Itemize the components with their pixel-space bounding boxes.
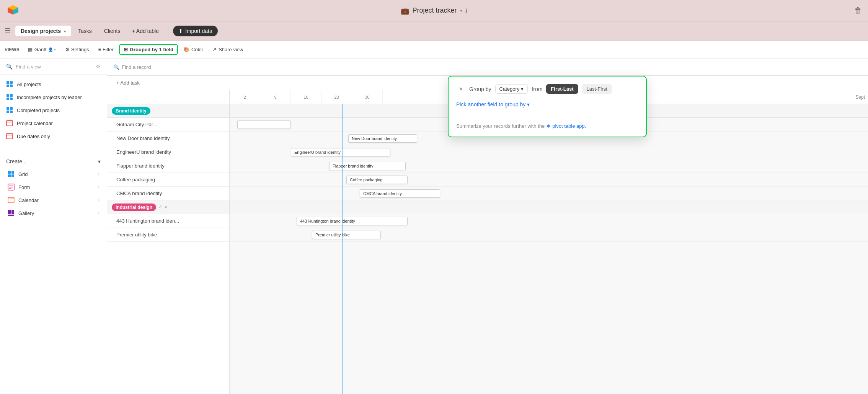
date-col-23: 23 — [321, 90, 352, 104]
pivot-table-link[interactable]: ❖ pivot table app. — [546, 123, 586, 129]
grid-icon — [6, 81, 13, 88]
gallery-icon — [8, 210, 15, 217]
svg-rect-7 — [10, 85, 13, 87]
search-view-input[interactable] — [16, 64, 93, 70]
gantt-bar-gotham[interactable] — [237, 120, 291, 129]
create-header[interactable]: Create... ▾ — [6, 155, 101, 168]
gantt-left-header — [107, 90, 230, 104]
svg-rect-10 — [7, 98, 9, 100]
category-field-button[interactable]: Category ▾ — [495, 84, 528, 94]
gantt-bar-443[interactable]: 443 Huntington brand identity — [297, 217, 408, 225]
trash-icon[interactable]: 🗑 — [854, 6, 862, 15]
svg-rect-16 — [7, 120, 13, 126]
gantt-bars-area: New Door brand identity EngineerU brand … — [230, 104, 868, 394]
pick-chevron-icon: ▾ — [527, 101, 530, 107]
color-icon: 🎨 — [183, 47, 189, 52]
table-row[interactable]: Premier utility bike — [107, 228, 229, 242]
find-record-button[interactable]: 🔍 Find a record — [113, 64, 862, 70]
gantt-bar-new-door[interactable]: New Door brand identity — [348, 134, 417, 143]
add-calendar-icon[interactable]: + — [97, 197, 101, 204]
share-view-button[interactable]: ↗ Share view — [209, 45, 247, 54]
sidebar-item-calendar[interactable]: Project calendar — [0, 117, 107, 130]
gantt-row-premier: Premier utility bike — [230, 228, 868, 242]
search-icon: 🔍 — [6, 63, 13, 70]
gantt-bar-engineeru[interactable]: EngineerU brand identity — [291, 148, 390, 156]
toolbar: VIEWS ▦ Gantt 👤 ▾ ⚙ Settings ≡ Filter ⊞ … — [0, 41, 868, 59]
gantt-row-443: 443 Huntington brand identity — [230, 214, 868, 228]
sidebar-item-due-dates[interactable]: Due dates only — [0, 130, 107, 143]
tab-tasks[interactable]: Tasks — [73, 26, 97, 36]
first-last-button[interactable]: First-Last — [546, 84, 578, 94]
add-gallery-icon[interactable]: + — [97, 210, 101, 217]
svg-rect-24 — [8, 171, 11, 174]
gantt-row-cmca: CMCA brand identity — [230, 187, 868, 200]
color-button[interactable]: 🎨 Color — [179, 45, 207, 54]
filter-button[interactable]: ≡ Filter — [95, 45, 117, 54]
svg-rect-35 — [11, 210, 14, 214]
svg-rect-6 — [7, 85, 9, 87]
table-row[interactable]: New Door brand identity — [107, 132, 229, 145]
grid-create-icon — [8, 171, 15, 177]
table-row[interactable]: EngineerU brand identity — [107, 145, 229, 159]
group-chevron-icon[interactable]: ▾ — [165, 205, 167, 209]
settings-gear-icon[interactable]: ⚙ — [96, 63, 101, 70]
table-row[interactable]: Gotham City Par... — [107, 118, 229, 132]
table-row[interactable]: 443 Huntington brand iden... — [107, 214, 229, 228]
sidebar-item-incomplete[interactable]: Incomplete projects by leader — [0, 91, 107, 104]
date-col-16: 16 — [291, 90, 321, 104]
gantt-row-flapper: Flapper brand identity — [230, 159, 868, 173]
hamburger-menu[interactable]: ☰ — [5, 27, 11, 35]
group-by-popup: × Group by Category ▾ from First-Last La… — [448, 76, 647, 137]
pick-another-field-link[interactable]: Pick another field to group by ▾ — [456, 101, 638, 107]
gantt-bar-flapper[interactable]: Flapper brand identity — [329, 162, 406, 170]
last-first-button[interactable]: Last-First — [582, 84, 612, 94]
svg-rect-27 — [11, 174, 14, 177]
gantt-task-list: Brand identity Gotham City Par... New Do… — [107, 104, 230, 394]
tab-design-projects[interactable]: Design projects ▾ — [15, 26, 71, 36]
gantt-bar-premier[interactable]: Premier utility bike — [312, 231, 381, 239]
gantt-view-button[interactable]: ▦ Gantt 👤 ▾ — [24, 45, 60, 54]
grid-icon-2 — [6, 94, 13, 101]
svg-rect-9 — [10, 94, 13, 97]
calendar-create-icon — [8, 197, 15, 204]
create-gallery[interactable]: Gallery + — [6, 207, 101, 220]
group-header-industrial[interactable]: Industrial design 4 ▾ — [107, 200, 229, 214]
svg-rect-12 — [7, 107, 9, 110]
info-icon[interactable]: ℹ — [465, 8, 467, 14]
svg-rect-8 — [7, 94, 9, 97]
views-label: VIEWS — [5, 47, 20, 52]
create-grid[interactable]: Grid + — [6, 168, 101, 181]
sidebar-navigation: All projects Incomplete projects by lead… — [0, 75, 107, 146]
grouped-by-button[interactable]: ⊞ Grouped by 1 field — [119, 44, 178, 55]
gantt-group-row-industrial — [230, 200, 868, 214]
tab-clients[interactable]: Clients — [99, 26, 126, 36]
settings-button[interactable]: ⚙ Settings — [61, 45, 93, 54]
svg-rect-14 — [7, 111, 9, 113]
industrial-count: 4 — [159, 205, 162, 210]
sidebar-divider — [0, 149, 107, 149]
table-row[interactable]: CMCA brand identity — [107, 187, 229, 200]
add-form-icon[interactable]: + — [97, 184, 101, 190]
field-chevron-icon: ▾ — [521, 86, 524, 92]
sidebar-item-completed[interactable]: Completed projects — [0, 104, 107, 117]
import-data-button[interactable]: ⬆ Import data — [173, 26, 218, 36]
gantt-bar-cmca[interactable]: CMCA brand identity — [360, 189, 440, 198]
group-by-label: Group by — [469, 86, 491, 92]
svg-rect-13 — [10, 107, 13, 110]
popup-close-button[interactable]: × — [456, 85, 465, 94]
group-header-brand-identity[interactable]: Brand identity — [107, 104, 229, 118]
table-row[interactable]: Flapper brand identity — [107, 159, 229, 173]
add-table-button[interactable]: + Add table — [127, 26, 163, 36]
svg-rect-32 — [8, 197, 14, 203]
form-icon — [8, 184, 15, 190]
create-calendar[interactable]: Calendar + — [6, 194, 101, 207]
svg-rect-15 — [10, 111, 13, 113]
add-task-button[interactable]: + Add task — [113, 78, 143, 87]
sidebar-item-all-projects[interactable]: All projects — [0, 78, 107, 91]
add-grid-icon[interactable]: + — [97, 171, 101, 177]
gantt-bar-coffee[interactable]: Coffee packaging — [346, 176, 408, 184]
table-row[interactable]: Coffee packaging — [107, 173, 229, 187]
dropdown-icon[interactable]: ▾ — [460, 8, 462, 13]
create-form[interactable]: Form + — [6, 181, 101, 194]
calendar-icon — [6, 120, 13, 127]
